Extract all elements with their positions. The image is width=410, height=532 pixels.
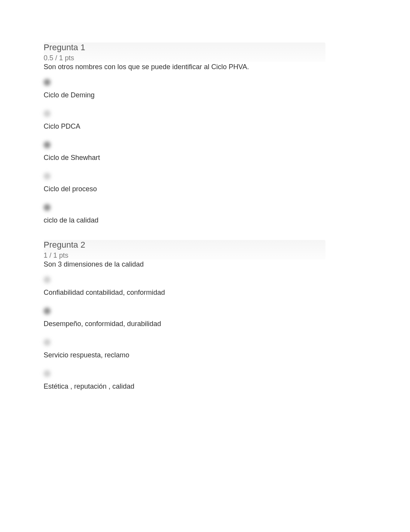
answer-option: Desempeño, conformidad, durabilidad: [44, 308, 325, 328]
answer-text: Estética , reputación , calidad: [44, 382, 325, 391]
answer-text: Ciclo del proceso: [44, 185, 325, 193]
selection-marker: [44, 173, 51, 180]
selection-marker: [44, 339, 51, 346]
selection-marker: [44, 141, 51, 148]
answer-text: Confiabilidad contabilidad, conformidad: [44, 289, 325, 297]
selection-marker: [44, 370, 51, 377]
answer-text: Ciclo de Deming: [44, 91, 325, 99]
selection-marker: [44, 276, 51, 283]
answer-option: ciclo de la calidad: [44, 204, 325, 224]
selection-marker: [44, 308, 51, 314]
answer-option: Confiabilidad contabilidad, conformidad: [44, 276, 325, 297]
selection-marker: [44, 79, 51, 86]
question-header: Pregunta 2 1 / 1 pts: [44, 240, 325, 260]
question-block-2: Pregunta 2 1 / 1 pts Son 3 dimensiones d…: [44, 240, 325, 391]
answer-option: Servicio respuesta, reclamo: [44, 339, 325, 359]
answer-option: Ciclo de Deming: [44, 79, 325, 99]
answer-option: Ciclo de Shewhart: [44, 141, 325, 162]
answer-text: ciclo de la calidad: [44, 216, 325, 224]
question-block-1: Pregunta 1 0.5 / 1 pts Son otros nombres…: [44, 42, 325, 224]
question-title: Pregunta 2: [44, 240, 325, 250]
question-text: Son otros nombres con los que se puede i…: [44, 63, 325, 71]
question-title: Pregunta 1: [44, 42, 325, 53]
selection-marker: [44, 204, 51, 211]
question-points: 0.5 / 1 pts: [44, 54, 325, 62]
answer-option: Ciclo del proceso: [44, 173, 325, 193]
answer-text: Servicio respuesta, reclamo: [44, 351, 325, 359]
question-header: Pregunta 1 0.5 / 1 pts: [44, 42, 325, 62]
question-points: 1 / 1 pts: [44, 252, 325, 260]
selection-marker: [44, 110, 51, 117]
answer-text: Ciclo de Shewhart: [44, 154, 325, 162]
question-text: Son 3 dimensiones de la calidad: [44, 260, 325, 269]
answer-option: Ciclo PDCA: [44, 110, 325, 131]
answer-text: Ciclo PDCA: [44, 122, 325, 131]
answer-text: Desempeño, conformidad, durabilidad: [44, 320, 325, 328]
answer-option: Estética , reputación , calidad: [44, 370, 325, 391]
